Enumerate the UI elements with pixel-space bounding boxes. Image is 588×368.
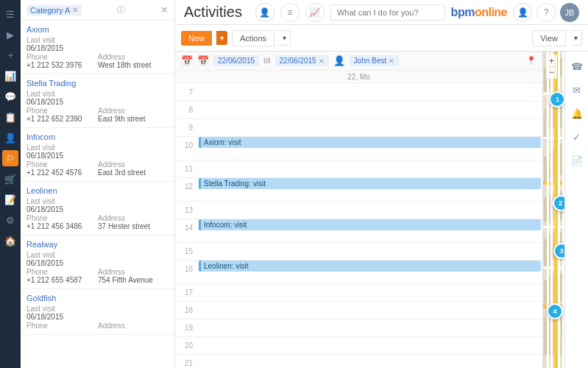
contact-item[interactable]: Axiom Last visit 06/18/2015 Phone +1 212… [21, 21, 174, 74]
date-to-close[interactable]: ✕ [319, 57, 325, 65]
time-slot[interactable] [197, 284, 542, 302]
calendar-icon2[interactable]: 📅 [197, 55, 209, 66]
date-range-label: 22, Mo [175, 71, 542, 84]
zoom-in-btn[interactable]: + [549, 56, 554, 66]
map-pin-1[interactable]: 1 [549, 91, 564, 107]
search-go-button[interactable]: GO [444, 5, 445, 20]
header-icon-list[interactable]: ≡ [280, 3, 300, 22]
time-row: 7 [175, 84, 542, 102]
map-pin-3[interactable]: 3 [553, 243, 564, 259]
event-block[interactable]: Axiom: visit [199, 137, 541, 148]
sidebar-icon-list[interactable]: 📋 [2, 109, 18, 125]
user-chip-close[interactable]: ✕ [389, 57, 394, 65]
time-slot[interactable] [197, 160, 542, 178]
contact-item[interactable]: Goldfish Last visit 06/18/2015 Phone Add… [21, 289, 174, 335]
time-slot[interactable] [197, 119, 542, 137]
search-box: GO [330, 4, 445, 21]
view-button-caret[interactable]: ▾ [570, 30, 582, 46]
map-container[interactable]: 1 2 3 4 + − [543, 52, 564, 368]
event-block[interactable]: Infocom: visit [199, 219, 541, 230]
right-icon-check[interactable]: ✓ [568, 128, 586, 146]
user-avatar[interactable]: JB [560, 3, 579, 22]
user-filter-icon[interactable]: 👤 [333, 55, 345, 66]
actions-button[interactable]: Actions [232, 30, 274, 46]
header-help-icon[interactable]: ? [536, 3, 556, 22]
time-slot[interactable]: Stella Trading: visit [197, 178, 542, 202]
sidebar-icon-play[interactable]: ▶ [2, 26, 18, 43]
address-value: 37 Hester street [98, 222, 169, 230]
time-slot[interactable] [197, 302, 542, 319]
last-visit-value: 06/18/2015 [26, 205, 97, 213]
calendar-icon[interactable]: 📅 [181, 55, 193, 66]
sidebar-icon-cart[interactable]: 🛒 [2, 171, 18, 187]
time-row: 21 [175, 355, 542, 368]
sidebar-icon-chat[interactable]: 💬 [2, 88, 18, 105]
last-visit-label: Last visit [26, 90, 97, 98]
event-block[interactable]: Leolinen: visit [199, 261, 541, 272]
sidebar-icon-add[interactable]: ＋ [2, 47, 18, 63]
time-label: 12 [175, 178, 197, 196]
phone-value: +1 212 456 3486 [26, 222, 97, 230]
contact-item[interactable]: Stella Trading Last visit 06/18/2015 Pho… [21, 74, 174, 128]
contact-item[interactable]: Realway Last visit 06/18/2015 Phone +1 2… [21, 236, 174, 289]
sidebar-icon-chart[interactable]: 📊 [2, 68, 18, 84]
sidebar-icon-menu[interactable]: ☰ [2, 6, 18, 22]
sidebar-icon-notes[interactable]: 📝 [2, 191, 18, 208]
time-slot[interactable]: Infocom: visit [197, 219, 542, 243]
toolbar: New ▾ Actions ▾ View ▾ [175, 25, 588, 52]
phone-value: +1 212 652 2390 [26, 115, 97, 123]
time-slot[interactable] [197, 337, 542, 355]
user-chip[interactable]: John Best ✕ [350, 55, 399, 66]
info-icon[interactable]: ⓘ [117, 4, 125, 15]
contacts-panel: Category A ✕ ⓘ ✕ Axiom Last visit 06/18/… [21, 0, 175, 368]
sidebar-icon-flag[interactable]: ⚐ [2, 150, 18, 166]
time-slot[interactable] [197, 202, 542, 219]
new-button-caret[interactable]: ▾ [216, 31, 227, 45]
last-visit-label: Last visit [26, 36, 97, 44]
search-input[interactable] [331, 5, 444, 20]
phone-value: +1 212 532 3976 [26, 61, 97, 69]
time-slot[interactable] [197, 243, 542, 261]
filter-bar: 📅 📅 22/06/2015 till 22/06/2015 ✕ 👤 John … [175, 52, 542, 71]
last-visit-value: 06/18/2015 [26, 152, 97, 160]
time-slot[interactable]: Leolinen: visit [197, 261, 542, 284]
time-label: 17 [175, 284, 197, 302]
view-button[interactable]: View [532, 30, 566, 46]
address-label: Address [98, 214, 169, 222]
header-icon-chart[interactable]: 📈 [305, 3, 325, 22]
time-row: 13 [175, 202, 542, 219]
event-block[interactable]: Stella Trading: visit [199, 178, 541, 189]
contact-item[interactable]: Infocom Last visit 06/18/2015 Phone +1 2… [21, 128, 174, 182]
time-slot[interactable] [197, 319, 542, 337]
map-pin-2[interactable]: 2 [553, 195, 564, 211]
last-visit-value: 06/18/2015 [26, 313, 97, 321]
contact-item[interactable]: Leolinen Last visit 06/18/2015 Phone +1 … [21, 182, 174, 236]
map-pin-4[interactable]: 4 [547, 303, 563, 319]
time-slot[interactable] [197, 84, 542, 102]
right-icon-mail[interactable]: ✉ [568, 81, 586, 99]
time-slot[interactable]: Axiom: visit [197, 137, 542, 160]
right-icon-bell[interactable]: 🔔 [568, 105, 586, 122]
last-visit-label: Last visit [26, 144, 97, 152]
sidebar-icon-home[interactable]: 🏠 [2, 233, 18, 249]
zoom-out-btn[interactable]: − [549, 66, 554, 77]
header-icon-person[interactable]: 👤 [255, 3, 274, 22]
new-button[interactable]: New [181, 31, 212, 46]
date-to-chip[interactable]: 22/06/2015 ✕ [275, 55, 329, 66]
right-icon-phone[interactable]: ☎ [568, 57, 586, 75]
time-slot[interactable] [197, 355, 542, 368]
actions-button-caret[interactable]: ▾ [279, 30, 291, 46]
sidebar-icon-settings[interactable]: ⚙ [2, 212, 18, 228]
panel-close-btn[interactable]: ✕ [160, 4, 169, 15]
pin-icon[interactable]: 📍 [526, 56, 536, 66]
sidebar-icon-user[interactable]: 👤 [2, 130, 18, 146]
category-filter-close[interactable]: ✕ [72, 6, 78, 14]
category-filter-tag[interactable]: Category A ✕ [26, 5, 82, 15]
right-icon-doc[interactable]: 📄 [568, 152, 586, 169]
address-value: 754 Fifth Avenue [98, 276, 169, 284]
user-label: John Best [354, 57, 386, 65]
date-from-chip[interactable]: 22/06/2015 [213, 55, 259, 66]
map-zoom-controls: + − [546, 54, 557, 79]
header-user-icon[interactable]: 👤 [513, 3, 532, 22]
time-slot[interactable] [197, 102, 542, 119]
